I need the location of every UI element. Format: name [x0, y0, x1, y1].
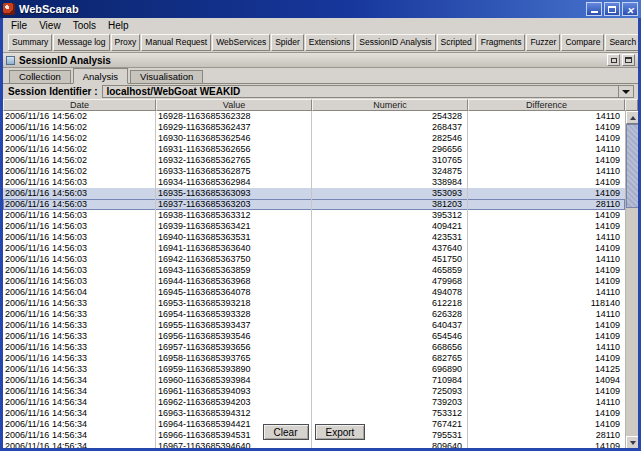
table-row[interactable]: 2006/11/16 14:56:0316943-116368536385946…	[3, 265, 625, 276]
cell-date: 2006/11/16 14:56:02	[3, 133, 156, 144]
tab-collection[interactable]: Collection	[9, 70, 71, 83]
cell-value: 16967-1163685394640	[156, 441, 312, 448]
toolbar-button-extensions[interactable]: Extensions	[305, 34, 355, 51]
table-row[interactable]: 2006/11/16 14:56:3416962-116368539420373…	[3, 397, 625, 408]
column-header-date[interactable]: Date	[3, 99, 156, 111]
table-row[interactable]: 2006/11/16 14:56:0316938-116368536331239…	[3, 210, 625, 221]
table-row[interactable]: 2006/11/16 14:56:0316934-116368536298433…	[3, 177, 625, 188]
toolbar-button-spider[interactable]: Spider	[271, 34, 304, 51]
cell-value: 16956-1163685393546	[156, 331, 312, 342]
cell-difference: 14109	[468, 408, 625, 419]
cell-date: 2006/11/16 14:56:03	[3, 265, 156, 276]
toolbar-button-proxy[interactable]: Proxy	[111, 34, 141, 51]
frame-restore-button[interactable]	[607, 54, 620, 66]
toolbar-button-summary[interactable]: Summary	[8, 34, 52, 51]
cell-numeric: 338984	[312, 177, 468, 188]
table-row[interactable]: 2006/11/16 14:56:3316957-116368539365666…	[3, 342, 625, 353]
toolbar-button-scripted[interactable]: Scripted	[437, 34, 476, 51]
table-row[interactable]: 2006/11/16 14:56:3316954-116368539332862…	[3, 309, 625, 320]
app-icon	[3, 3, 15, 15]
session-identifier-combobox[interactable]: localhost/WebGoat WEAKID	[102, 85, 634, 98]
table-row[interactable]: 2006/11/16 14:56:0216929-116368536243726…	[3, 122, 625, 133]
minimize-button[interactable]	[586, 2, 602, 16]
cell-value: 16928-1163685362328	[156, 111, 312, 122]
cell-difference: 14109	[468, 276, 625, 287]
cell-difference: 14109	[468, 122, 625, 133]
cell-numeric: 423531	[312, 232, 468, 243]
table-row[interactable]: 2006/11/16 14:56:0416945-116368536407849…	[3, 287, 625, 298]
scrollbar-thumb[interactable]	[626, 124, 638, 208]
cell-date: 2006/11/16 14:56:33	[3, 309, 156, 320]
table-row[interactable]: 2006/11/16 14:56:0216928-116368536232825…	[3, 111, 625, 122]
table-row[interactable]: 2006/11/16 14:56:3416960-116368539398471…	[3, 375, 625, 386]
cell-date: 2006/11/16 14:56:03	[3, 210, 156, 221]
toolbar-button-fragments[interactable]: Fragments	[477, 34, 526, 51]
cell-difference: 14110	[468, 111, 625, 122]
maximize-button[interactable]	[604, 2, 620, 16]
cell-difference: 14110	[468, 166, 625, 177]
column-header-difference[interactable]: Difference	[468, 99, 625, 111]
table-row[interactable]: 2006/11/16 14:56:0316937-116368536320338…	[3, 199, 625, 210]
table-row[interactable]: 2006/11/16 14:56:3316956-116368539354665…	[3, 331, 625, 342]
toolbar-button-search[interactable]: Search	[605, 34, 638, 51]
frame-icon	[6, 56, 15, 65]
cell-value: 16963-1163685394312	[156, 408, 312, 419]
cell-date: 2006/11/16 14:56:02	[3, 166, 156, 177]
table-row[interactable]: 2006/11/16 14:56:0316939-116368536342140…	[3, 221, 625, 232]
clear-button[interactable]: Clear	[263, 424, 309, 440]
vertical-scrollbar[interactable]	[625, 111, 638, 448]
cell-difference: 14109	[468, 133, 625, 144]
table-row[interactable]: 2006/11/16 14:56:3316959-116368539389069…	[3, 364, 625, 375]
menu-tools[interactable]: Tools	[67, 20, 102, 31]
toolbar-button-sessionid-analysis[interactable]: SessionID Analysis	[355, 34, 435, 51]
scroll-down-button[interactable]	[626, 436, 638, 448]
menu-view[interactable]: View	[33, 20, 67, 31]
table-row[interactable]: 2006/11/16 14:56:0316935-116368536309335…	[3, 188, 625, 199]
toolbar-button-webservices[interactable]: WebServices	[212, 34, 270, 51]
toolbar: SummaryMessage logProxyManual RequestWeb…	[3, 32, 638, 52]
table-row[interactable]: 2006/11/16 14:56:0216932-116368536276531…	[3, 155, 625, 166]
table-row[interactable]: 2006/11/16 14:56:3416961-116368539409372…	[3, 386, 625, 397]
close-button[interactable]	[622, 2, 638, 16]
toolbar-button-message-log[interactable]: Message log	[53, 34, 109, 51]
column-header-value[interactable]: Value	[156, 99, 312, 111]
table-row[interactable]: 2006/11/16 14:56:3416963-116368539431275…	[3, 408, 625, 419]
tab-visualisation[interactable]: Visualisation	[130, 70, 203, 83]
scroll-up-button[interactable]	[626, 111, 638, 124]
table-row[interactable]: 2006/11/16 14:56:3416967-116368539464080…	[3, 441, 625, 448]
cell-date: 2006/11/16 14:56:03	[3, 254, 156, 265]
cell-value: 16961-1163685394093	[156, 386, 312, 397]
export-button[interactable]: Export	[315, 424, 366, 440]
tab-analysis[interactable]: Analysis	[73, 68, 128, 84]
table-row[interactable]: 2006/11/16 14:56:0316944-116368536396847…	[3, 276, 625, 287]
cell-date: 2006/11/16 14:56:04	[3, 287, 156, 298]
table-row[interactable]: 2006/11/16 14:56:0216933-116368536287532…	[3, 166, 625, 177]
cell-numeric: 640437	[312, 320, 468, 331]
window-controls	[584, 2, 638, 16]
table-row[interactable]: 2006/11/16 14:56:0216931-116368536265629…	[3, 144, 625, 155]
table-row[interactable]: 2006/11/16 14:56:3316955-116368539343764…	[3, 320, 625, 331]
cell-value: 16942-1163685363750	[156, 254, 312, 265]
menu-bar: FileViewToolsHelp	[3, 18, 638, 32]
table-row[interactable]: 2006/11/16 14:56:0316942-116368536375045…	[3, 254, 625, 265]
menu-file[interactable]: File	[5, 20, 33, 31]
table-row[interactable]: 2006/11/16 14:56:0316940-116368536353142…	[3, 232, 625, 243]
table-row[interactable]: 2006/11/16 14:56:0216930-116368536254628…	[3, 133, 625, 144]
column-header-numeric[interactable]: Numeric	[312, 99, 468, 111]
toolbar-button-compare[interactable]: Compare	[561, 34, 604, 51]
toolbar-button-fuzzer[interactable]: Fuzzer	[526, 34, 560, 51]
table-row[interactable]: 2006/11/16 14:56:3316953-116368539321861…	[3, 298, 625, 309]
cell-date: 2006/11/16 14:56:33	[3, 320, 156, 331]
cell-value: 16939-1163685363421	[156, 221, 312, 232]
table-row[interactable]: 2006/11/16 14:56:3316958-116368539376568…	[3, 353, 625, 364]
cell-difference: 14110	[468, 287, 625, 298]
combobox-dropdown-button[interactable]	[618, 86, 633, 97]
toolbar-button-manual-request[interactable]: Manual Request	[141, 34, 211, 51]
frame-maximize-button[interactable]	[622, 54, 635, 66]
cell-numeric: 282546	[312, 133, 468, 144]
menu-help[interactable]: Help	[102, 20, 135, 31]
table-row[interactable]: 2006/11/16 14:56:0316941-116368536364043…	[3, 243, 625, 254]
cell-value: 16960-1163685393984	[156, 375, 312, 386]
table-body: 2006/11/16 14:56:0216928-116368536232825…	[3, 111, 625, 448]
cell-numeric: 353093	[312, 188, 468, 199]
